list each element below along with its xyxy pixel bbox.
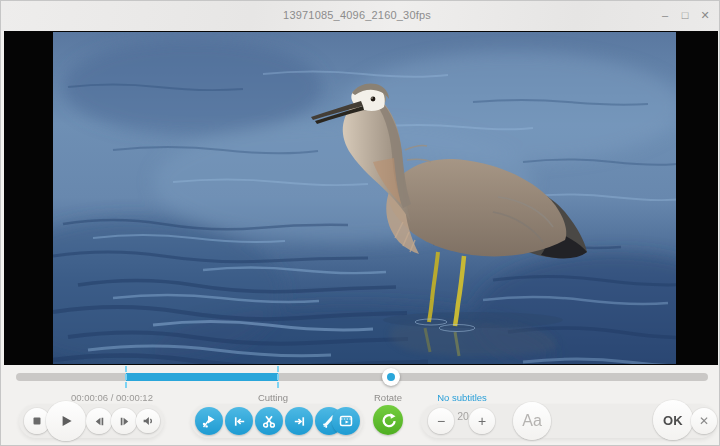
bracket-left-icon xyxy=(232,414,247,429)
subtitle-size-value: 20 xyxy=(457,410,469,422)
time-display: 00:00:06 / 00:00:12 xyxy=(71,392,153,403)
scissors-button[interactable] xyxy=(255,407,283,435)
step-back-icon xyxy=(92,414,107,429)
subtitle-size-decrease-button[interactable]: − xyxy=(428,408,454,434)
prev-frame-button[interactable] xyxy=(86,408,112,434)
rotate-label: Rotate xyxy=(374,392,402,403)
preview-frame-icon xyxy=(338,413,354,429)
cutting-label: Cutting xyxy=(258,392,288,403)
playhead-dot xyxy=(387,373,395,381)
window-title: 13971085_4096_2160_30fps xyxy=(283,9,431,21)
rotate-cw-icon xyxy=(380,412,397,429)
step-forward-icon xyxy=(117,414,132,429)
video-edit-window: 13971085_4096_2160_30fps – □ ✕ xyxy=(0,0,720,446)
cut-fragment-button[interactable] xyxy=(195,407,223,435)
video-frame xyxy=(53,32,676,364)
play-icon xyxy=(57,412,75,430)
volume-icon xyxy=(141,414,155,428)
timeline-selection[interactable] xyxy=(126,373,278,381)
trim-end-handle[interactable] xyxy=(277,366,279,388)
stop-icon xyxy=(29,413,45,429)
bracket-right-icon xyxy=(292,414,307,429)
next-frame-button[interactable] xyxy=(111,408,137,434)
play-button[interactable] xyxy=(46,401,86,441)
control-panel: 00:00:06 / 00:00:12 Cutting Rotate No su… xyxy=(1,365,720,446)
maximize-button[interactable]: □ xyxy=(677,7,693,23)
seekbar-track[interactable] xyxy=(16,373,708,381)
rotate-button[interactable] xyxy=(373,405,403,435)
set-end-button[interactable] xyxy=(285,407,313,435)
cut-marker-icon xyxy=(201,413,217,429)
set-start-button[interactable] xyxy=(225,407,253,435)
subtitle-font-button[interactable]: Aa xyxy=(513,402,551,440)
playhead[interactable] xyxy=(382,368,400,386)
scissors-icon xyxy=(261,413,277,429)
close-editor-button[interactable]: ✕ xyxy=(691,408,717,434)
ok-button[interactable]: OK xyxy=(653,400,693,440)
titlebar: 13971085_4096_2160_30fps – □ ✕ xyxy=(1,1,719,31)
video-display xyxy=(4,31,718,365)
preview-button[interactable] xyxy=(332,407,360,435)
subtitle-size-increase-button[interactable]: + xyxy=(469,408,495,434)
trim-start-handle[interactable] xyxy=(125,366,127,388)
close-button[interactable]: ✕ xyxy=(697,7,713,23)
volume-button[interactable] xyxy=(136,409,160,433)
minimize-button[interactable]: – xyxy=(657,7,673,23)
subtitles-link[interactable]: No subtitles xyxy=(437,392,487,403)
